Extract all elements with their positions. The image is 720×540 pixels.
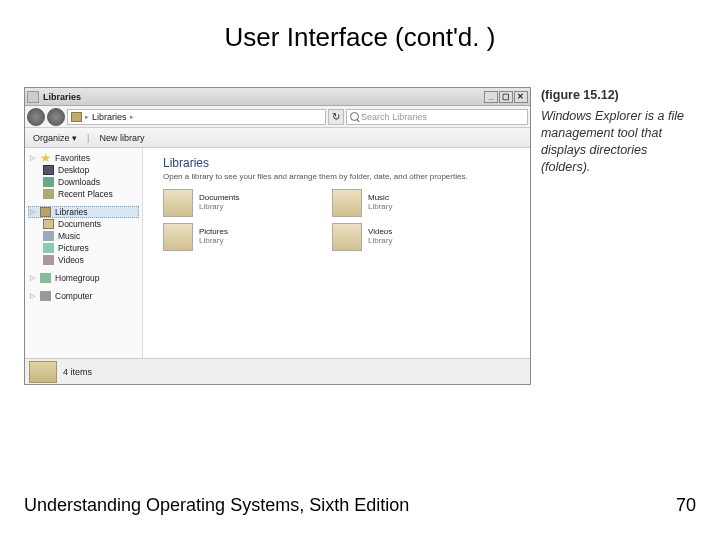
documents-icon	[43, 219, 54, 229]
chevron-icon: ▷	[30, 292, 35, 300]
tile-label: Pictures Library	[199, 228, 228, 246]
videos-library-icon	[332, 223, 362, 251]
sidebar-item-desktop[interactable]: Desktop	[28, 164, 139, 176]
pictures-icon	[43, 243, 54, 253]
sidebar-item-recent[interactable]: Recent Places	[28, 188, 139, 200]
chevron-right-icon: ▸	[130, 113, 134, 121]
pictures-library-icon	[163, 223, 193, 251]
chevron-right-icon: ▸	[85, 113, 89, 121]
library-tile-documents[interactable]: Documents Library	[163, 189, 314, 217]
library-tile-music[interactable]: Music Library	[332, 189, 483, 217]
refresh-button[interactable]: ↻	[328, 109, 344, 125]
favorites-icon	[40, 153, 51, 163]
content-subtitle: Open a library to see your files and arr…	[163, 172, 518, 181]
organize-button[interactable]: Organize ▾	[33, 133, 77, 143]
breadcrumb-label: Libraries	[92, 112, 127, 122]
library-grid: Documents Library Music Library	[163, 189, 483, 251]
slide-footer: Understanding Operating Systems, Sixth E…	[24, 495, 696, 516]
status-bar: 4 items	[25, 358, 530, 384]
forward-button[interactable]	[47, 108, 65, 126]
sidebar-group-favorites: ▷ Favorites Desktop Downloads Rece	[28, 152, 139, 200]
sidebar-group-computer: ▷ Computer	[28, 290, 139, 302]
new-library-button[interactable]: New library	[99, 133, 144, 143]
main-pane: Libraries Open a library to see your fil…	[143, 148, 530, 358]
tile-label: Music Library	[368, 194, 392, 212]
breadcrumb[interactable]: ▸ Libraries ▸	[67, 109, 326, 125]
search-icon	[350, 112, 359, 121]
chevron-icon: ▷	[30, 274, 35, 282]
libraries-icon	[40, 207, 51, 217]
documents-library-icon	[163, 189, 193, 217]
desktop-icon	[43, 165, 54, 175]
sidebar-item-videos[interactable]: Videos	[28, 254, 139, 266]
close-button[interactable]: ✕	[514, 91, 528, 103]
explorer-window: Libraries _ ▢ ✕ ▸ Libraries ▸ ↻ Search L…	[24, 87, 531, 385]
chevron-icon: ▷	[30, 208, 35, 216]
sidebar: ▷ Favorites Desktop Downloads Rece	[25, 148, 143, 358]
sidebar-item-documents[interactable]: Documents	[28, 218, 139, 230]
recent-icon	[43, 189, 54, 199]
music-icon	[43, 231, 54, 241]
window-icon	[27, 91, 39, 103]
search-input[interactable]: Search Libraries	[346, 109, 528, 125]
separator: |	[87, 133, 89, 143]
window-title: Libraries	[43, 92, 81, 102]
sidebar-group-homegroup: ▷ Homegroup	[28, 272, 139, 284]
tile-label: Videos Library	[368, 228, 392, 246]
tile-label: Documents Library	[199, 194, 239, 212]
nav-bar: ▸ Libraries ▸ ↻ Search Libraries	[25, 106, 530, 128]
search-placeholder: Search Libraries	[361, 112, 427, 122]
folder-icon	[71, 112, 82, 122]
footer-text: Understanding Operating Systems, Sixth E…	[24, 495, 409, 516]
sidebar-item-music[interactable]: Music	[28, 230, 139, 242]
status-folder-icon	[29, 361, 57, 383]
status-text: 4 items	[63, 367, 92, 377]
sidebar-item-downloads[interactable]: Downloads	[28, 176, 139, 188]
downloads-icon	[43, 177, 54, 187]
tool-bar: Organize ▾ | New library	[25, 128, 530, 148]
window-body: ▷ Favorites Desktop Downloads Rece	[25, 148, 530, 358]
music-library-icon	[332, 189, 362, 217]
figure-label: (figure 15.12)	[541, 87, 700, 104]
library-tile-videos[interactable]: Videos Library	[332, 223, 483, 251]
title-bar[interactable]: Libraries _ ▢ ✕	[25, 88, 530, 106]
page-number: 70	[676, 495, 696, 516]
sidebar-header-favorites[interactable]: ▷ Favorites	[28, 152, 139, 164]
figure-caption: (figure 15.12) Windows Explorer is a fil…	[541, 87, 700, 385]
sidebar-header-computer[interactable]: ▷ Computer	[28, 290, 139, 302]
homegroup-icon	[40, 273, 51, 283]
chevron-icon: ▷	[30, 154, 35, 162]
sidebar-header-homegroup[interactable]: ▷ Homegroup	[28, 272, 139, 284]
content-heading: Libraries	[163, 156, 518, 170]
maximize-button[interactable]: ▢	[499, 91, 513, 103]
sidebar-group-libraries: ▷ Libraries Documents Music Pictur	[28, 206, 139, 266]
content-area: Libraries _ ▢ ✕ ▸ Libraries ▸ ↻ Search L…	[0, 65, 720, 385]
slide-title: User Interface (cont'd. )	[0, 0, 720, 65]
chevron-down-icon: ▾	[72, 133, 77, 143]
sidebar-header-libraries[interactable]: ▷ Libraries	[28, 206, 139, 218]
videos-icon	[43, 255, 54, 265]
sidebar-item-pictures[interactable]: Pictures	[28, 242, 139, 254]
window-controls: _ ▢ ✕	[484, 91, 528, 103]
back-button[interactable]	[27, 108, 45, 126]
minimize-button[interactable]: _	[484, 91, 498, 103]
figure-caption-text: Windows Explorer is a file management to…	[541, 109, 684, 174]
library-tile-pictures[interactable]: Pictures Library	[163, 223, 314, 251]
computer-icon	[40, 291, 51, 301]
